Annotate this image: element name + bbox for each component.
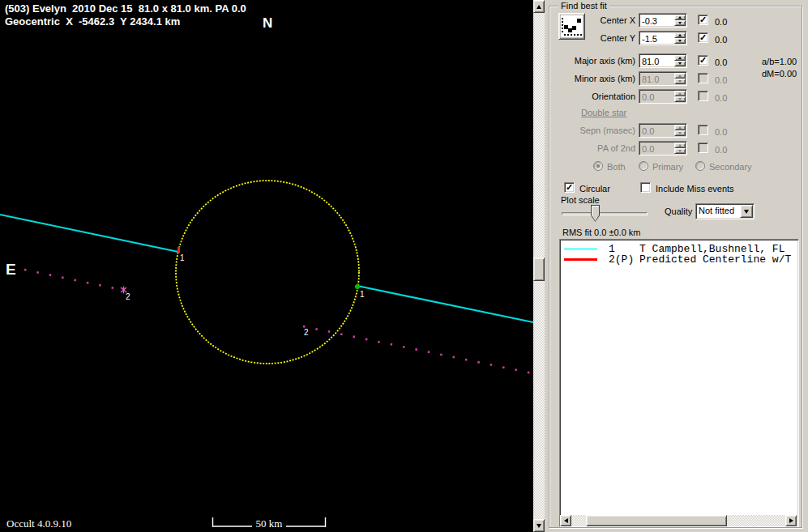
sepn-spinner[interactable] [674,125,686,136]
center-x-fix-checkbox[interactable]: ✓ [698,15,708,25]
quality-label: Quality [665,206,692,216]
minor-axis-spinner[interactable] [674,73,686,84]
include-miss-checkbox[interactable] [640,182,651,193]
check-icon: ✓ [699,15,707,24]
center-x-input[interactable] [640,15,674,26]
east-label: E [6,261,16,279]
asteroid-ellipse [176,181,359,364]
spinner-down-icon [678,62,682,65]
check-icon: ✓ [699,32,707,42]
center-y-input[interactable] [640,32,674,44]
plot-scale-label: Plot scale [561,195,600,205]
orientation-label: Orientation [551,92,635,101]
pa-of-2nd-step: 0.0 [715,145,727,155]
observer-id: 2(P) [609,253,634,266]
chord2-color-swatch [564,258,597,261]
center-y-fix-checkbox[interactable]: ✓ [698,32,708,43]
spinner-down-icon [678,98,682,100]
orientation-fix-checkbox[interactable] [698,91,708,101]
center-y-label: Center Y [551,33,635,43]
list-horizontal-scrollbar[interactable] [560,515,797,526]
scroll-right-button[interactable] [785,515,797,526]
axis-ratio-value: a/b=1.00 [762,57,797,66]
orientation-input[interactable] [640,91,674,102]
center-y-spinner[interactable] [674,32,686,44]
spinner-down-icon [678,22,682,24]
minor-axis-input[interactable] [640,73,674,84]
radio-both-label: Both [607,162,626,172]
plot-vertical-scrollbar[interactable] [533,0,545,532]
spinner-up-icon [678,144,682,147]
orientation-spinner[interactable] [674,91,686,102]
minor-axis-field[interactable] [639,71,687,86]
orientation-step: 0.0 [715,93,727,103]
app-version-label: Occult 4.0.9.10 [6,517,71,530]
scroll-left-button[interactable] [560,515,571,526]
chord1-entry-number: 1 [180,253,185,262]
radio-secondary[interactable] [695,161,705,171]
pa-of-2nd-label: PA of 2nd [551,143,635,153]
combo-dropdown-button[interactable] [740,205,753,218]
major-axis-step: 0.0 [715,57,727,67]
list-item[interactable]: 2(P) Predicted Centerline w/T [560,255,798,266]
pa-of-2nd-fix-checkbox[interactable] [698,143,708,153]
orientation-field[interactable] [639,89,687,104]
predicted-centerline-left [24,270,118,289]
radio-dot-icon [596,164,600,168]
observer-name: Predicted Centerline w/T [639,253,791,266]
spinner-up-icon [678,34,682,36]
north-label: N [263,15,272,32]
radio-both[interactable] [593,161,603,171]
vertical-scroll-thumb[interactable] [533,257,545,281]
spinner-down-icon [678,80,682,83]
minor-axis-fix-checkbox[interactable] [698,73,708,83]
radio-primary[interactable] [639,161,648,171]
chord1-exit-number: 1 [360,290,365,299]
pa-of-2nd-spinner[interactable] [674,143,686,154]
scroll-up-button[interactable] [533,0,545,13]
fit-control-panel: Find best fit [545,0,808,532]
arrow-left-icon [564,518,568,523]
radio-primary-label: Primary [652,162,683,172]
major-axis-spinner[interactable] [674,55,686,66]
pa-of-2nd-input[interactable] [640,143,674,154]
quality-combobox[interactable]: Not fitted [695,203,755,219]
group-title: Find best fit [558,1,609,11]
spinner-up-icon [678,16,682,19]
center-x-field[interactable] [639,13,687,28]
horizontal-scroll-thumb[interactable] [586,515,727,526]
chord2-left-number: 2 [126,292,130,301]
predicted-centerline-right [303,326,532,373]
spinner-up-icon [678,126,682,129]
minor-axis-step: 0.0 [715,75,727,85]
rms-fit-label: RMS fit 0.0 ±0.0 km [562,228,641,237]
double-star-label: Double star [581,108,626,117]
observations-listbox[interactable]: 1 T Campbell,Bushnell, FL 2(P) Predicted… [559,239,799,527]
spinner-up-icon [678,92,682,95]
radio-secondary-label: Secondary [709,162,752,172]
sepn-field[interactable] [639,123,687,138]
chord1-color-swatch [564,248,597,250]
sepn-input[interactable] [640,125,674,136]
occult-fit-window: (503) Evelyn 2010 Dec 15 81.0 x 81.0 km.… [0,0,808,532]
major-axis-fix-checkbox[interactable]: ✓ [698,55,708,66]
arrow-down-icon [537,524,541,528]
delta-mag-value: dM=0.00 [762,69,797,79]
pa-of-2nd-field[interactable] [639,141,687,155]
sepn-fix-checkbox[interactable] [698,125,708,135]
center-x-spinner[interactable] [674,15,686,26]
arrow-right-icon [789,518,793,523]
chord1-entry-mark [177,247,180,253]
quality-value: Not fitted [699,206,734,215]
check-icon: ✓ [699,55,707,65]
major-axis-input[interactable] [640,55,674,66]
arrow-up-icon [537,5,541,9]
circular-checkbox[interactable]: ✓ [564,182,575,193]
scroll-down-button[interactable] [533,519,545,532]
center-y-field[interactable] [639,31,687,45]
plot-graphics [0,0,533,532]
sepn-step: 0.0 [715,127,727,137]
chord2-right-number: 2 [304,328,309,337]
plot-scale-slider-track[interactable] [562,212,648,215]
major-axis-field[interactable] [639,53,687,68]
